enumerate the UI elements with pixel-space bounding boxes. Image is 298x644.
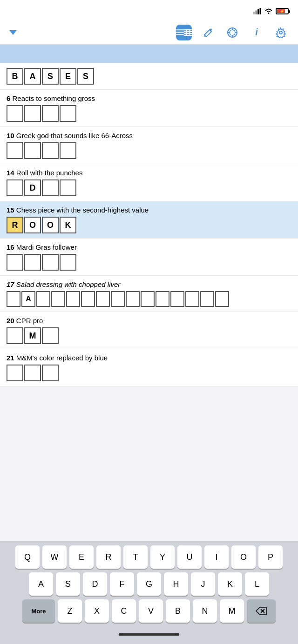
letter-key-m[interactable]: M [220, 599, 244, 623]
pencil-button[interactable] [200, 25, 216, 40]
letter-box[interactable] [7, 327, 23, 344]
letter-box[interactable]: O [24, 217, 41, 233]
letter-box[interactable] [60, 254, 76, 271]
letter-box[interactable] [215, 291, 229, 307]
letter-box[interactable]: E [60, 68, 76, 85]
list-button[interactable] [176, 25, 192, 40]
svg-rect-8 [178, 30, 179, 30]
letter-box[interactable] [126, 291, 140, 307]
letter-box[interactable] [7, 291, 20, 307]
letter-key-p[interactable]: P [258, 545, 283, 569]
letter-box[interactable]: D [24, 179, 41, 196]
letter-key-h[interactable]: H [164, 572, 188, 596]
letter-box[interactable] [111, 291, 125, 307]
clue-group-15[interactable]: 15 Chess piece with the second-highest v… [0, 201, 298, 239]
letter-box[interactable]: B [7, 68, 23, 85]
clue-number: 6 [7, 94, 13, 102]
clue-group-10[interactable]: 10 Greek god that sounds like 66-Across [0, 127, 298, 164]
letter-box[interactable]: R [7, 217, 23, 233]
home-bar [119, 633, 179, 636]
letter-key-b[interactable]: B [166, 599, 190, 623]
settings-button[interactable] [273, 25, 289, 40]
letter-key-y[interactable]: Y [150, 545, 175, 569]
letter-box[interactable] [24, 142, 41, 159]
clue-group-6[interactable]: 6 Reacts to something gross [0, 90, 298, 127]
letter-box[interactable] [7, 365, 23, 381]
letter-box[interactable] [7, 179, 23, 196]
letter-key-n[interactable]: N [193, 599, 217, 623]
letter-box[interactable]: A [24, 68, 41, 85]
letter-key-g[interactable]: G [137, 572, 161, 596]
clue-header: 15 Chess piece with the second-highest v… [7, 206, 291, 214]
letter-key-v[interactable]: V [139, 599, 163, 623]
letter-box[interactable] [60, 105, 76, 122]
clue-group-16[interactable]: 16 Mardi Gras follower [0, 239, 298, 276]
letter-key-q[interactable]: Q [15, 545, 40, 569]
direction-bar[interactable] [0, 45, 298, 63]
letter-box[interactable] [170, 291, 184, 307]
letter-box[interactable] [24, 365, 41, 381]
letter-boxes-row: ROOK [7, 217, 291, 233]
letter-box[interactable]: A [21, 291, 35, 307]
letter-key-j[interactable]: J [191, 572, 215, 596]
letter-key-k[interactable]: K [218, 572, 242, 596]
letter-box[interactable] [42, 105, 59, 122]
letter-key-f[interactable]: F [110, 572, 134, 596]
clue-group-17[interactable]: 17 Salad dressing with chopped liverA [0, 276, 298, 312]
letter-key-z[interactable]: Z [58, 599, 82, 623]
letter-box[interactable] [36, 291, 50, 307]
letter-key-s[interactable]: S [56, 572, 80, 596]
svg-point-16 [230, 30, 235, 35]
letter-box[interactable] [7, 105, 23, 122]
letter-box[interactable]: S [42, 68, 59, 85]
letter-box[interactable] [42, 365, 59, 381]
letter-box[interactable]: S [77, 68, 94, 85]
letter-box[interactable] [66, 291, 80, 307]
clue-group-21[interactable]: 21 M&M's color replaced by blue [0, 349, 298, 386]
letter-key-r[interactable]: R [96, 545, 121, 569]
letter-key-t[interactable]: T [123, 545, 148, 569]
letter-box[interactable] [141, 291, 155, 307]
letter-box[interactable] [60, 142, 76, 159]
letter-key-d[interactable]: D [83, 572, 107, 596]
clue-group-14[interactable]: 14 Roll with the punchesD [0, 164, 298, 201]
clue-number: 16 [7, 243, 16, 251]
letter-box[interactable]: K [60, 217, 76, 233]
svg-rect-13 [186, 29, 187, 36]
letter-box[interactable] [42, 179, 59, 196]
letter-key-c[interactable]: C [112, 599, 136, 623]
letter-box[interactable] [42, 327, 59, 344]
letter-key-o[interactable]: O [231, 545, 256, 569]
backspace-key[interactable] [247, 599, 276, 623]
help-button[interactable] [224, 25, 240, 40]
letter-key-l[interactable]: L [245, 572, 269, 596]
letter-box[interactable] [200, 291, 214, 307]
letter-box[interactable] [24, 105, 41, 122]
letter-key-w[interactable]: W [42, 545, 67, 569]
letter-box[interactable] [24, 254, 41, 271]
letter-box[interactable] [96, 291, 110, 307]
more-key[interactable]: More [22, 599, 55, 623]
clue-group-20[interactable]: 20 CPR proM [0, 312, 298, 349]
letter-box[interactable] [185, 291, 199, 307]
keyboard-row: ASDFGHJKL [2, 572, 296, 596]
letter-box[interactable] [7, 142, 23, 159]
letter-key-x[interactable]: X [85, 599, 109, 623]
info-button[interactable]: i [249, 25, 264, 40]
letter-box[interactable] [7, 254, 23, 271]
letter-key-u[interactable]: U [177, 545, 202, 569]
letter-key-e[interactable]: E [69, 545, 94, 569]
letter-box[interactable] [81, 291, 95, 307]
letter-box[interactable]: M [24, 327, 41, 344]
chevron-down-button[interactable] [9, 30, 17, 35]
letter-box[interactable] [42, 254, 59, 271]
svg-rect-1 [256, 11, 257, 15]
pencil-icon [203, 27, 213, 38]
letter-key-i[interactable]: I [204, 545, 229, 569]
letter-box[interactable] [156, 291, 169, 307]
letter-box[interactable]: O [42, 217, 59, 233]
letter-box[interactable] [51, 291, 65, 307]
letter-box[interactable] [42, 142, 59, 159]
letter-key-a[interactable]: A [29, 572, 53, 596]
letter-box[interactable] [60, 179, 76, 196]
